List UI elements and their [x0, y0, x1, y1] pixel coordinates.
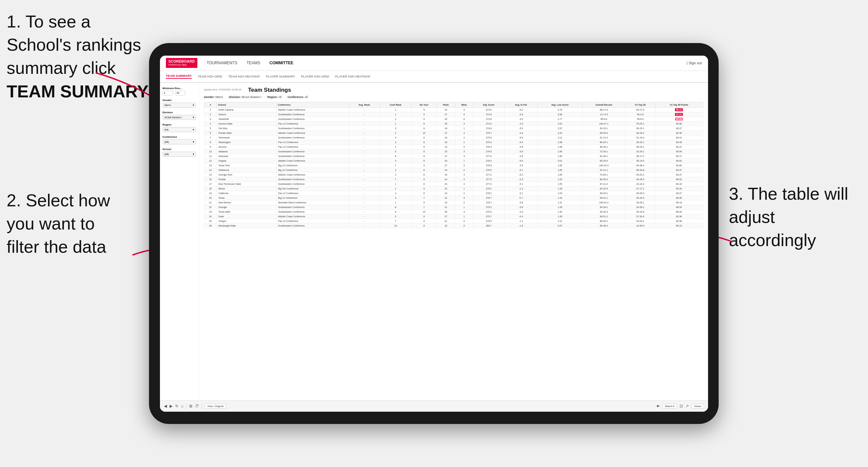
- table-row: 3 Vanderbilt Southeastern Conference - 2…: [204, 117, 703, 121]
- table-row: 24 Duke Atlantic Coast Conference - 5 9 …: [204, 214, 703, 219]
- tab-team-h2h-grid[interactable]: TEAM H2H GRID: [198, 74, 222, 78]
- sub-nav: TEAM SUMMARY TEAM H2H GRID TEAM H2H HEAT…: [160, 71, 708, 83]
- tab-player-summary[interactable]: PLAYER SUMMARY: [266, 74, 295, 78]
- toolbar-icon-3[interactable]: ↗: [685, 404, 689, 408]
- sidebar-school-section: School (All) ▾: [163, 148, 196, 157]
- col-avg-par: Avg. to Par: [504, 102, 537, 107]
- toolbar-icon-2[interactable]: ⊡: [680, 404, 683, 408]
- sign-out[interactable]: | Sign out: [686, 61, 702, 65]
- table-row: 1 North Carolina Atlantic Coast Conferen…: [204, 107, 703, 112]
- toolbar-separator-1: [186, 403, 186, 409]
- toolbar-share-icon[interactable]: ⊞: [189, 404, 192, 408]
- min-input[interactable]: [163, 91, 173, 95]
- table-row: 22 Georgia Southeastern Conference - 8 7…: [204, 205, 703, 209]
- region-label: Region: [163, 123, 196, 126]
- col-avg-rank: Avg. Rank: [349, 102, 380, 107]
- toolbar-refresh[interactable]: ↻: [175, 404, 179, 408]
- max-input[interactable]: [175, 91, 185, 95]
- col-wins: Wins: [455, 102, 473, 107]
- watch-icon: 👁: [656, 404, 660, 408]
- instruction-3: 3. The table will adjust accordingly: [729, 182, 861, 252]
- table-row: 14 Oklahoma Big 12 Conference - 2 8 24 2…: [204, 167, 703, 172]
- header-row: Update time: 27/03/2024 16:56:26 Team St…: [204, 87, 703, 93]
- table-row: 16 Florida Southeastern Conference - 7 9…: [204, 177, 703, 182]
- update-time: Update time: 27/03/2024 16:56:26: [204, 87, 241, 91]
- toolbar-home[interactable]: ⌂: [181, 404, 183, 408]
- table-row: 21 New Mexico Mountain West Conference -…: [204, 200, 703, 205]
- table-row: 23 Texas A&M Southeastern Conference - 9…: [204, 209, 703, 214]
- table-row: 6 Florida State Atlantic Coast Conferenc…: [204, 130, 703, 135]
- col-school: School: [217, 102, 276, 107]
- school-label: School: [163, 148, 196, 151]
- table-row: 19 California Pac-12 Conference - 4 8 24…: [204, 191, 703, 195]
- background: 1. To see a School's rankings summary cl…: [0, 0, 868, 467]
- main-content: Minimum Rou... - Gender Men's ▾: [160, 83, 708, 400]
- view-original-btn[interactable]: View: Original: [205, 404, 226, 409]
- sidebar-conference-section: Conference (All) ▾: [163, 135, 196, 145]
- share-btn[interactable]: Share: [691, 404, 704, 409]
- table-row: 11 Arkansas Southeastern Conference - 6 …: [204, 154, 703, 158]
- division-label: Division: [163, 111, 196, 114]
- sidebar-division-section: Division NCAA Division I ▾: [163, 111, 196, 120]
- toolbar-back[interactable]: ◀: [164, 404, 167, 408]
- table-row: 10 Alabama Southeastern Conference - 5 8…: [204, 149, 703, 154]
- tab-team-summary[interactable]: TEAM SUMMARY: [166, 74, 192, 79]
- sidebar-gender-section: Gender Men's ▾: [163, 99, 196, 107]
- col-no-tour: No Tour: [411, 102, 436, 107]
- tab-player-h2h-heatmap[interactable]: PLAYER H2H HEATMAP: [335, 74, 370, 78]
- table-row: 18 Illinois Big Ten Conference - 1 9 23 …: [204, 186, 703, 191]
- gender-select[interactable]: Men's ▾: [163, 103, 196, 107]
- logo-box: SCOREBOARD Powered by clippi: [166, 58, 197, 68]
- region-select[interactable]: N/A ▾: [163, 127, 196, 132]
- nav-teams[interactable]: TEAMS: [246, 61, 260, 65]
- col-rank: #: [204, 102, 217, 107]
- minimum-range: -: [163, 91, 196, 95]
- instruction-2: 2. Select how you want to filter the dat…: [7, 189, 139, 259]
- col-rnds: Rnds: [436, 102, 455, 107]
- table-row: 15 Georgia Tech Atlantic Coast Conferenc…: [204, 172, 703, 177]
- sidebar: Minimum Rou... - Gender Men's ▾: [160, 83, 199, 400]
- watch-btn[interactable]: Watch ▾: [662, 404, 677, 409]
- sidebar-minimum-section: Minimum Rou... -: [163, 87, 196, 95]
- table-row: 12 Virginia Atlantic Coast Conference - …: [204, 158, 703, 163]
- table-row: 7 Tennessee Southeastern Conference - 4 …: [204, 135, 703, 140]
- toolbar-forward[interactable]: ▶: [169, 404, 173, 408]
- col-conference: Conference: [277, 102, 349, 107]
- conference-select[interactable]: (All) ▾: [163, 139, 196, 145]
- tablet: SCOREBOARD Powered by clippi TOURNAMENTS…: [149, 43, 719, 424]
- division-select[interactable]: NCAA Division I ▾: [163, 115, 196, 120]
- col-conf-rank: Conf Rank: [380, 102, 412, 107]
- table-row: 26 Mississippi State Southeastern Confer…: [204, 223, 703, 228]
- minimum-label: Minimum Rou...: [163, 87, 196, 90]
- col-vs25: Vs Top 25: [625, 102, 655, 107]
- sidebar-region-section: Region N/A ▾: [163, 123, 196, 132]
- nav-bar: SCOREBOARD Powered by clippi TOURNAMENTS…: [160, 56, 708, 71]
- tab-player-h2h-grid[interactable]: PLAYER H2H GRID: [301, 74, 329, 78]
- tab-team-h2h-heatmap[interactable]: TEAM H2H HEATMAP: [228, 74, 260, 78]
- logo-area: SCOREBOARD Powered by clippi: [166, 58, 197, 68]
- table-row: 4 Arizona State Pac-12 Conference - 1 8 …: [204, 121, 703, 126]
- table-row: 2 Auburn Southeastern Conference - 1 9 2…: [204, 112, 703, 117]
- logo-sub: Powered by clippi: [168, 64, 195, 66]
- table-row: 13 Texas Tech Big 12 Conference - 1 9 27…: [204, 163, 703, 167]
- col-avg-low: Avg. Low Score: [537, 102, 582, 107]
- table-row: 8 Washington Pac-12 Conference - 2 8 23 …: [204, 140, 703, 145]
- toolbar-separator-2: [202, 403, 202, 409]
- standings-table: # School Conference Avg. Rank Conf Rank …: [204, 102, 703, 228]
- nav-committee[interactable]: COMMITTEE: [270, 61, 293, 65]
- table-row: 9 Arizona Pac-12 Conference - 2 8 22 0 2…: [204, 145, 703, 149]
- table-row: 20 Texas Big 12 Conference - 3 7 22 3 27…: [204, 195, 703, 200]
- gender-label: Gender: [163, 99, 196, 102]
- table-row: 5 Ole Miss Southeastern Conference - 3 6…: [204, 126, 703, 130]
- table-row: 25 Oregon Pac-12 Conference - 7 9 21 0 2…: [204, 219, 703, 223]
- col-overall: Overall Record: [582, 102, 625, 107]
- filter-row: Gender: Men's Division: NCAA Division I …: [204, 95, 703, 99]
- nav-tournaments[interactable]: TOURNAMENTS: [207, 61, 237, 65]
- toolbar-clock-icon[interactable]: ⏱: [195, 404, 199, 408]
- standings-title: Team Standings: [248, 87, 291, 93]
- table-area: Update time: 27/03/2024 16:56:26 Team St…: [199, 83, 708, 400]
- nav-links[interactable]: TOURNAMENTS TEAMS COMMITTEE: [207, 61, 293, 65]
- bottom-toolbar: ◀ ▶ ↻ ⌂ ⊞ ⏱ View: Original 👁 Watch ▾ ⊡ ↗: [160, 400, 708, 412]
- col-adj-score: Adj. Score: [473, 102, 504, 107]
- school-select[interactable]: (All) ▾: [163, 152, 196, 157]
